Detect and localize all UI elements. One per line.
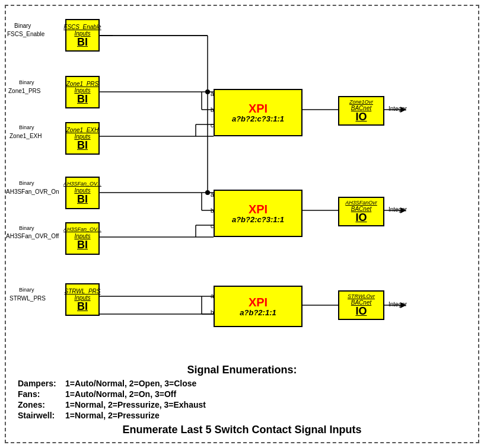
svg-point-27 — [205, 89, 210, 94]
bi-block-1: FSCS_Enable Inputs BI — [65, 19, 100, 52]
enum-row-1: Fans: 1=Auto/Normal, 2=On, 3=Off — [18, 389, 466, 399]
io-block-1: Zone1Ovr BACnet IO — [338, 96, 384, 126]
bi2-type-label: Binary — [19, 79, 34, 85]
bi1-sublabel: Inputs — [74, 30, 90, 37]
xpi2-formula: a?b?2:c?3:1:1 — [232, 215, 284, 224]
enum-key-3: Stairwell: — [18, 411, 65, 420]
xpi1-label: XPI — [249, 103, 268, 114]
io1-title: Zone1Ovr — [349, 100, 373, 105]
enum-key-1: Fans: — [18, 389, 65, 399]
bi-block-6: STRWL_PRS Inputs BI — [65, 283, 100, 316]
enum-row-3: Stairwell: 1=Normal, 2=Pressurize — [18, 411, 466, 420]
enum-title: Signal Enumerations: — [18, 364, 466, 376]
io2-title: AH3SFanOvr — [345, 200, 377, 206]
xpi1-port-a: a — [211, 91, 214, 97]
enum-val-2: 1=Normal, 2=Pressurize, 3=Exhaust — [65, 400, 466, 409]
bi3-name-label: Zone1_EXH — [9, 133, 42, 139]
bi4-title: AH3SFan_OV... — [63, 181, 101, 187]
bi1-name-label: FSCS_Enable — [7, 31, 44, 37]
xpi3-formula: a?b?2:1:1 — [240, 308, 276, 317]
io1-type-label: Integer — [389, 105, 407, 112]
xpi2-port-a: a — [211, 191, 214, 198]
io3-type-label: Integer — [389, 301, 407, 308]
enum-row-0: Dampers: 1=Auto/Normal, 2=Open, 3=Close — [18, 379, 466, 388]
io3-label: IO — [355, 306, 367, 316]
xpi3-port-b: b — [211, 309, 214, 316]
bi2-sublabel: Inputs — [74, 87, 90, 94]
xpi2-port-c: c — [211, 223, 214, 229]
bi4-name-label: AH3SFan_OVR_On — [6, 188, 59, 195]
bi5-label: BI — [77, 239, 88, 250]
bottom-section: Signal Enumerations: Dampers: 1=Auto/Nor… — [18, 364, 466, 436]
io-block-2: AH3SFanOvr BACnet IO — [338, 197, 384, 226]
bi2-title: Zone1_PRS — [66, 81, 98, 87]
bi3-title: Zone1_EXH — [66, 127, 98, 133]
bi5-name-label: AH3SFan_OVR_Off — [6, 233, 59, 239]
bi5-title: AH3SFan_OV... — [63, 227, 101, 233]
bi1-type-label: Binary — [14, 23, 31, 29]
io1-label: IO — [355, 111, 367, 122]
xpi3-label: XPI — [249, 296, 268, 308]
bi4-label: BI — [77, 194, 88, 204]
bi4-type-label: Binary — [19, 180, 34, 186]
bi6-name-label: STRWL_PRS — [9, 295, 46, 302]
bi3-type-label: Binary — [19, 124, 34, 130]
bi6-label: BI — [77, 301, 88, 312]
io-block-3: STRWLOvr BACnet IO — [338, 290, 384, 320]
xpi1-port-b: b — [211, 107, 214, 113]
bi6-sublabel: Inputs — [74, 295, 90, 301]
io3-title: STRWLOvr — [348, 294, 375, 300]
bi5-type-label: Binary — [19, 225, 34, 231]
bi-block-3: Zone1_EXH Inputs BI — [65, 122, 100, 155]
bi3-label: BI — [77, 140, 88, 151]
xpi2-port-b: b — [211, 207, 214, 214]
xpi-block-1: XPI a?b?2:c?3:1:1 — [214, 89, 302, 136]
xpi-block-3: XPI a?b?2:1:1 — [214, 286, 302, 327]
enum-key-0: Dampers: — [18, 379, 65, 388]
enum-row-2: Zones: 1=Normal, 2=Pressurize, 3=Exhaust — [18, 400, 466, 409]
enum-val-1: 1=Auto/Normal, 2=On, 3=Off — [65, 389, 466, 399]
xpi-block-2: XPI a?b?2:c?3:1:1 — [214, 190, 302, 237]
bi1-label: BI — [77, 37, 88, 47]
bi-block-4: AH3SFan_OV... Inputs BI — [65, 177, 100, 209]
diagram-container: FSCS_Enable Inputs BI Binary FSCS_Enable… — [5, 5, 479, 443]
enum-val-3: 1=Normal, 2=Pressurize — [65, 411, 466, 420]
svg-point-28 — [205, 190, 210, 195]
bi-block-2: Zone1_PRS Inputs BI — [65, 76, 100, 108]
bi1-title: FSCS_Enable — [63, 24, 101, 30]
io2-type-label: Integer — [389, 206, 407, 213]
xpi3-port-a: a — [211, 293, 214, 299]
bi2-label: BI — [77, 94, 88, 104]
xpi1-formula: a?b?2:c?3:1:1 — [232, 114, 284, 123]
bi3-sublabel: Inputs — [74, 133, 90, 140]
enum-key-2: Zones: — [18, 400, 65, 409]
enum-val-0: 1=Auto/Normal, 2=Open, 3=Close — [65, 379, 466, 388]
bi6-type-label: Binary — [19, 287, 34, 293]
bi-block-5: AH3SFan_OV... Inputs BI — [65, 222, 100, 255]
io2-label: IO — [355, 212, 367, 223]
xpi1-port-c: c — [211, 122, 214, 129]
bi2-name-label: Zone1_PRS — [8, 88, 40, 94]
bottom-title: Enumerate Last 5 Switch Contact Signal I… — [18, 424, 466, 436]
bi6-title: STRWL_PRS — [65, 288, 101, 295]
xpi2-label: XPI — [249, 203, 268, 215]
